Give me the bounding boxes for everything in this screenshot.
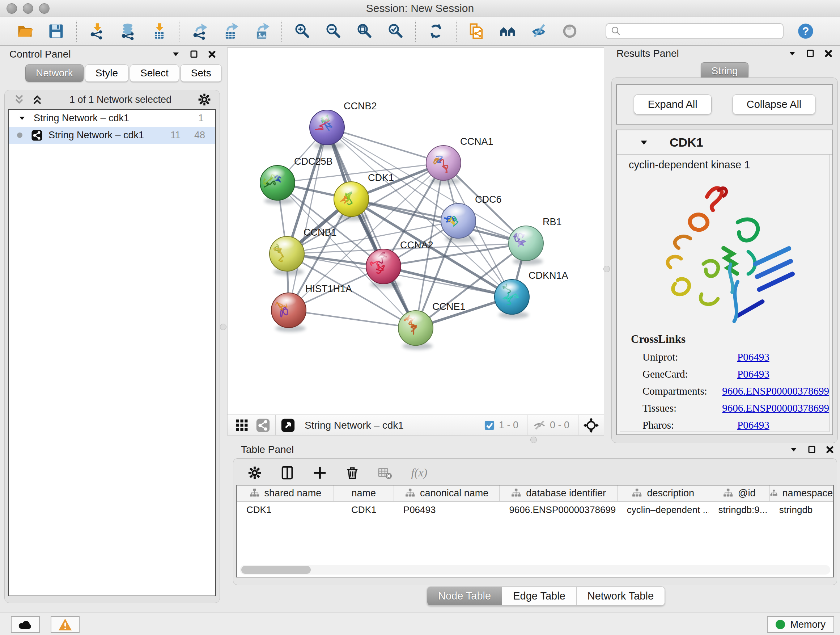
memory-button[interactable]: Memory <box>767 616 834 633</box>
tab-network-table[interactable]: Network Table <box>576 587 665 605</box>
tab-network[interactable]: Network <box>25 65 84 82</box>
network-canvas[interactable]: CCNB2 CCNA1 CDC25B CDK1 CDC6 RB1 CCNB1 <box>227 48 604 415</box>
column-header-shared-name[interactable]: shared name <box>237 486 334 501</box>
network-node-CCNE1[interactable]: CCNE1 <box>398 301 466 350</box>
right-splitter-handle[interactable] <box>603 266 610 272</box>
import-database-button[interactable] <box>118 22 137 40</box>
zoom-selected-icon <box>387 22 404 40</box>
column-header-description[interactable]: description <box>617 486 709 501</box>
collapse-all-button[interactable]: Collapse All <box>733 95 816 114</box>
column-header-name[interactable]: name <box>334 486 394 501</box>
expand-all-icon[interactable] <box>31 93 44 106</box>
network-collection-row[interactable]: String Network – cdk1 1 <box>9 110 215 127</box>
add-column-icon[interactable] <box>312 465 327 480</box>
table-cell: stringdb <box>770 504 833 516</box>
crosslink-value-link[interactable]: P06493 <box>737 351 769 363</box>
delete-column-icon[interactable] <box>345 465 360 480</box>
tab-string[interactable]: String <box>701 62 748 80</box>
panel-menu-icon[interactable] <box>788 49 797 58</box>
network-node-RB1[interactable]: RB1 <box>507 217 561 265</box>
network-row[interactable]: String Network – cdk1 11 48 <box>9 127 215 144</box>
warnings-button[interactable] <box>51 616 80 633</box>
horizontal-splitter-handle[interactable] <box>531 437 537 443</box>
zoom-in-button[interactable] <box>293 22 311 40</box>
expand-all-button[interactable]: Expand All <box>634 95 712 114</box>
column-header-label: canonical name <box>420 488 488 499</box>
show-hide-panels-button[interactable] <box>530 22 548 40</box>
column-header-canonical-name[interactable]: canonical name <box>394 486 500 501</box>
tab-node-table[interactable]: Node Table <box>427 587 502 605</box>
horizontal-scrollbar[interactable] <box>240 565 830 575</box>
fit-content-icon[interactable] <box>584 418 599 433</box>
table-settings-gear-icon[interactable] <box>247 465 262 480</box>
save-button[interactable] <box>47 22 65 40</box>
network-node-CCNA1[interactable]: CCNA1 <box>426 136 493 185</box>
table-row[interactable]: CDK1CDK1P064939606.ENSP00000378699cyclin… <box>237 501 833 518</box>
tab-select[interactable]: Select <box>130 65 179 82</box>
zoom-fit-button[interactable] <box>355 22 373 40</box>
edge-CCNB2-CCNE1[interactable] <box>327 127 416 328</box>
float-panel-icon[interactable] <box>806 49 815 58</box>
detach-view-icon[interactable] <box>281 418 295 432</box>
edge-CCNB2-HIST1H1A[interactable] <box>289 127 327 310</box>
network-graph[interactable]: CCNB2 CCNA1 CDC25B CDK1 CDC6 RB1 CCNB1 <box>227 48 604 415</box>
tree-expand-icon[interactable] <box>19 115 26 122</box>
import-table-button[interactable] <box>150 22 168 40</box>
edge-CCNB2-CCNA1[interactable] <box>327 127 444 163</box>
search-input[interactable] <box>622 25 783 37</box>
zoom-out-button[interactable] <box>324 22 342 40</box>
gear-icon[interactable] <box>197 92 212 107</box>
show-columns-icon[interactable] <box>279 465 295 480</box>
panel-menu-icon[interactable] <box>789 445 798 454</box>
edge-CCNA2-CDKN1A[interactable] <box>384 266 512 297</box>
node-result-header[interactable]: CDK1 <box>617 130 832 155</box>
search-box[interactable] <box>606 23 783 39</box>
crosslink-row: Tissues: 9606.ENSP00000378699 <box>620 400 829 417</box>
float-panel-icon[interactable] <box>807 445 816 454</box>
refresh-button[interactable] <box>427 22 445 40</box>
column-source-icon <box>770 488 778 498</box>
column-header-database-identifier[interactable]: database identifier <box>500 486 617 501</box>
edge-HIST1H1A-CCNE1[interactable] <box>289 310 416 328</box>
zoom-selected-button[interactable] <box>386 22 404 40</box>
string-view-icon[interactable] <box>256 418 270 432</box>
scrollbar-thumb[interactable] <box>241 566 311 574</box>
crosslink-value-link[interactable]: 9606.ENSP00000378699 <box>722 402 829 414</box>
network-node-CDKN1A[interactable]: CDKN1A <box>494 270 568 318</box>
close-panel-icon[interactable] <box>824 49 833 58</box>
crosslink-value-link[interactable]: P06493 <box>737 368 769 380</box>
close-panel-icon[interactable] <box>208 50 216 59</box>
preview-eye-button[interactable] <box>561 22 579 40</box>
network-row-label: String Network – cdk1 <box>49 130 144 141</box>
export-network-button[interactable] <box>190 22 208 40</box>
tab-edge-table[interactable]: Edge Table <box>502 587 576 605</box>
panel-menu-icon[interactable] <box>172 50 180 59</box>
column-header--id[interactable]: @id <box>709 486 770 501</box>
crosslink-value-link[interactable]: P06493 <box>737 419 769 431</box>
help-button[interactable]: ? <box>797 22 815 40</box>
home-network-button[interactable] <box>499 22 516 40</box>
open-folder-button[interactable] <box>16 22 34 40</box>
section-collapse-icon[interactable] <box>639 138 649 147</box>
network-node-CCNB1[interactable]: CCNB1 <box>270 227 337 276</box>
export-table-button[interactable] <box>221 22 240 40</box>
cloud-status-button[interactable] <box>11 616 40 633</box>
results-actions: Expand All Collapse All <box>616 84 833 125</box>
network-node-HIST1H1A[interactable]: HIST1H1A <box>262 283 352 332</box>
import-network-button[interactable] <box>88 22 106 40</box>
node-table[interactable]: shared namename canonical name database … <box>236 485 834 578</box>
float-panel-icon[interactable] <box>189 50 198 59</box>
tab-sets[interactable]: Sets <box>180 65 222 82</box>
tab-style[interactable]: Style <box>85 65 128 82</box>
close-panel-icon[interactable] <box>826 445 834 454</box>
crosslink-value-link[interactable]: 9606.ENSP00000378699 <box>722 385 829 397</box>
grid-view-icon[interactable] <box>235 418 249 432</box>
column-header-namespace[interactable]: namespace <box>770 486 833 501</box>
left-splitter-handle[interactable] <box>220 324 226 330</box>
selected-checkbox-icon[interactable] <box>484 420 495 431</box>
crosslink-row: GeneCard: P06493 <box>620 366 829 383</box>
collapse-all-icon[interactable] <box>13 93 26 106</box>
column-header-label: description <box>647 488 694 499</box>
copy-document-button[interactable] <box>467 22 485 40</box>
export-image-button[interactable] <box>253 22 271 40</box>
